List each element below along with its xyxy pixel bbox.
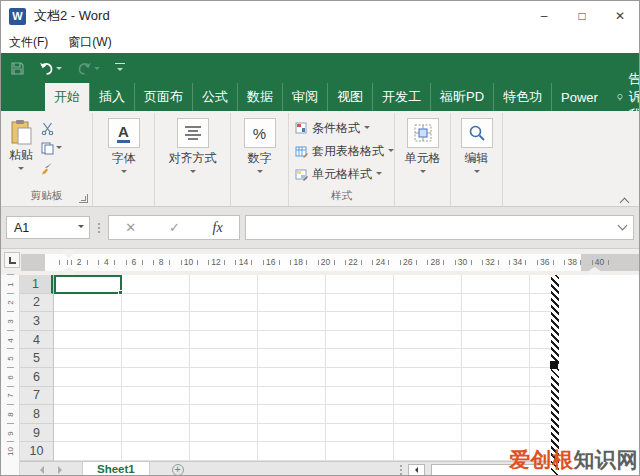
- grid-row[interactable]: [54, 387, 619, 406]
- alignment-menu-button[interactable]: 对齐方式: [155, 113, 230, 176]
- ruler-tick: [251, 260, 252, 265]
- collapse-ribbon-icon[interactable]: [621, 192, 629, 200]
- vertical-ruler: 12345678910: [1, 275, 20, 476]
- ole-resize-handle[interactable]: [550, 361, 558, 369]
- ruler-number: 10: [184, 258, 193, 267]
- minimize-button[interactable]: –: [525, 1, 563, 31]
- undo-button[interactable]: [39, 62, 62, 75]
- name-box-dropdown-caret[interactable]: [78, 225, 84, 231]
- vruler-number: 10: [1, 442, 19, 461]
- ruler-tick: [334, 260, 335, 265]
- format-painter-button[interactable]: [41, 161, 62, 175]
- ribbon-tab[interactable]: 数据: [237, 83, 282, 111]
- enter-icon[interactable]: ✓: [169, 220, 180, 235]
- row-header-7[interactable]: 7: [20, 387, 53, 406]
- hscroll-left-button[interactable]: [408, 464, 425, 476]
- ruler-number: 26: [403, 258, 412, 267]
- cell-styles-button[interactable]: 单元格样式: [289, 163, 394, 186]
- add-sheet-button[interactable]: +: [172, 464, 184, 476]
- row-header-4[interactable]: 4: [20, 331, 53, 350]
- sheet-tab-sheet1[interactable]: Sheet1: [82, 462, 150, 476]
- row-header-6[interactable]: 6: [20, 368, 53, 387]
- right-indent-marker[interactable]: [589, 267, 600, 275]
- row-headers: 12345678910: [20, 275, 54, 461]
- tabbar-splitter[interactable]: [400, 465, 402, 475]
- ribbon-tab[interactable]: 开发工: [372, 83, 430, 111]
- cut-button[interactable]: [41, 121, 62, 135]
- font-menu-button[interactable]: A 字体: [93, 113, 154, 176]
- grid-row[interactable]: [54, 331, 619, 350]
- row-header-5[interactable]: 5: [20, 349, 53, 368]
- tell-me[interactable]: 告诉我: [607, 83, 640, 111]
- row-header-1[interactable]: 1: [20, 275, 53, 294]
- grid-row[interactable]: [54, 424, 619, 443]
- ribbon-tab[interactable]: 视图: [327, 83, 372, 111]
- ribbon-tab[interactable]: 福昕PD: [430, 83, 493, 111]
- fill-handle[interactable]: [118, 290, 123, 295]
- grid-row[interactable]: [54, 405, 619, 424]
- grid-row[interactable]: [54, 294, 619, 313]
- sheet-grid[interactable]: [54, 275, 619, 461]
- paste-dropdown-caret[interactable]: [18, 167, 24, 173]
- customize-qat-button[interactable]: [115, 63, 125, 74]
- row-header-3[interactable]: 3: [20, 312, 53, 331]
- number-menu-button[interactable]: % 数字: [231, 113, 288, 176]
- sheet-nav-left-icon[interactable]: [40, 466, 44, 474]
- copy-dropdown-caret[interactable]: [56, 146, 62, 152]
- format-as-table-button[interactable]: 套用表格格式: [289, 140, 394, 163]
- editing-label[interactable]: 编辑: [465, 150, 489, 167]
- grid-row[interactable]: [54, 368, 619, 387]
- conditional-formatting-button[interactable]: 条件格式: [289, 117, 394, 140]
- selected-cell-a1[interactable]: [54, 275, 122, 294]
- ruler-tick: [537, 260, 538, 265]
- row-header-10[interactable]: 10: [20, 442, 53, 461]
- ribbon-tab[interactable]: 特色功: [493, 83, 551, 111]
- grid-row[interactable]: [54, 349, 619, 368]
- grid-row[interactable]: [54, 312, 619, 331]
- alignment-label[interactable]: 对齐方式: [169, 150, 217, 167]
- tab-stop-selector[interactable]: [4, 252, 20, 268]
- grid-row[interactable]: [54, 275, 619, 294]
- row-header-8[interactable]: 8: [20, 405, 53, 424]
- ribbon-tab[interactable]: 页面布: [134, 83, 192, 111]
- save-icon[interactable]: [11, 62, 24, 75]
- ribbon-tab[interactable]: 审阅: [282, 83, 327, 111]
- clipboard-dialog-launcher-icon[interactable]: [79, 194, 88, 203]
- cells-label[interactable]: 单元格: [405, 150, 441, 167]
- insert-function-icon[interactable]: fx: [213, 220, 223, 236]
- ribbon-tab[interactable]: 公式: [192, 83, 237, 111]
- ribbon-tab[interactable]: 插入: [89, 83, 134, 111]
- cancel-icon[interactable]: ✕: [125, 220, 136, 235]
- expand-formula-bar-icon[interactable]: [618, 221, 628, 231]
- application-window: W 文档2 - Word – □ ✕ 文件(F)窗口(W) 开始插入页面布公式数…: [0, 0, 640, 476]
- editing-menu-button[interactable]: 编辑: [451, 113, 502, 176]
- menu-item-window[interactable]: 窗口(W): [68, 34, 111, 51]
- number-label[interactable]: 数字: [248, 150, 272, 167]
- name-box-value[interactable]: A1: [14, 221, 29, 235]
- ruler-tick: [564, 260, 565, 265]
- row-header-9[interactable]: 9: [20, 424, 53, 443]
- menu-item-file[interactable]: 文件(F): [9, 34, 48, 51]
- copy-button[interactable]: [41, 141, 62, 155]
- cells-menu-button[interactable]: 单元格: [395, 113, 450, 176]
- ruler-tick: [235, 260, 236, 265]
- redo-dropdown-caret[interactable]: [94, 67, 100, 73]
- maximize-button[interactable]: □: [563, 1, 601, 31]
- formula-bar-resize-handle[interactable]: [98, 223, 100, 233]
- sheet-nav-right-icon[interactable]: [58, 466, 62, 474]
- undo-dropdown-caret[interactable]: [56, 67, 62, 73]
- name-box[interactable]: A1: [6, 216, 90, 239]
- ruler-tick: [361, 260, 362, 265]
- ribbon-tab[interactable]: Power: [551, 83, 607, 111]
- ruler-tick: [400, 260, 401, 265]
- clipboard-group: 粘贴 剪贴板: [1, 113, 93, 206]
- vruler-number: 8: [1, 405, 19, 424]
- font-label[interactable]: 字体: [112, 150, 136, 167]
- close-button[interactable]: ✕: [601, 1, 639, 31]
- paste-button[interactable]: 粘贴: [9, 119, 33, 175]
- formula-input[interactable]: [245, 215, 634, 240]
- row-header-2[interactable]: 2: [20, 294, 53, 313]
- ribbon-tab[interactable]: 开始: [45, 83, 89, 111]
- paste-label[interactable]: 粘贴: [9, 147, 33, 164]
- redo-button[interactable]: [77, 62, 100, 75]
